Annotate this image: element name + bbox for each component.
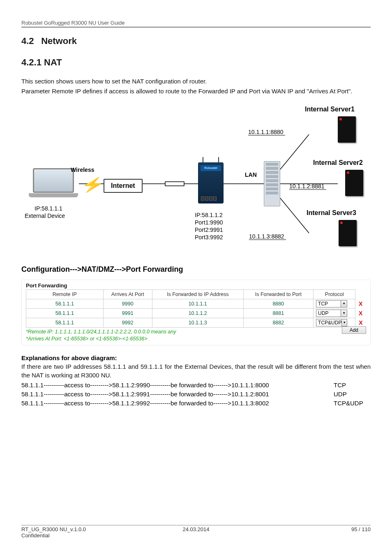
cell-protocol: TCP▼ (314, 299, 355, 308)
pf-note-remote-ip: *Remote IP: 1.1.1.1, 1.1.1.0/24,1.1.1.1-… (26, 329, 366, 335)
chevron-down-icon: ▼ (341, 301, 347, 307)
laptop-name-label: External Device (25, 213, 65, 219)
port-forwarding-title: Port Forwarding (26, 282, 366, 289)
config-path-heading: Configuration--->NAT/DMZ--->Port Forward… (21, 265, 371, 274)
switch-icon (264, 161, 280, 206)
server3-title: Internal Server3 (307, 209, 356, 217)
table-row: 58.1.1.1999110.1.1.28881UDP▼X (26, 308, 366, 318)
protocol-select[interactable]: TCP▼ (316, 300, 347, 308)
laptop-ip-label: IP:58.1.1.1 (35, 205, 62, 212)
mapping-line: 58.1.1.1----------access to--------->58.… (21, 381, 334, 390)
col-fwd-ip: Is Forwarded to IP Address (152, 289, 243, 299)
server3-addr: 10.1.1.3:8882 (249, 233, 284, 240)
footer-center: 24.03.2014 (138, 526, 254, 532)
internet-label: Internet (104, 179, 143, 193)
col-protocol: Protocol (314, 289, 355, 299)
col-fwd-port: Is Forwarded to Port (243, 289, 314, 299)
router-ip-label: IP:58.1.1.2 (195, 212, 223, 218)
cell-fwd-port[interactable]: 8880 (243, 299, 314, 308)
subsection-title: NAT (44, 57, 62, 67)
cell-remote-ip[interactable]: 58.1.1.1 (26, 318, 104, 327)
cell-fwd-ip[interactable]: 10.1.1.2 (152, 308, 243, 318)
col-arrives: Arrives At Port (103, 289, 152, 299)
delete-button[interactable]: X (358, 319, 363, 326)
page-header: Robustel GoRugged R3000 NU User Guide (21, 20, 371, 27)
section-title: Network (41, 36, 77, 46)
cell-fwd-ip[interactable]: 10.1.1.1 (152, 299, 243, 308)
cell-arrives[interactable]: 9990 (103, 299, 152, 308)
router-port3-label: Port3:9992 (195, 234, 223, 240)
footer-right: 95 / 110 (254, 526, 371, 532)
router-port1-label: Port1:9990 (195, 219, 223, 226)
mapping-line: 58.1.1.1----------access to--------->58.… (21, 399, 334, 408)
protocol-select[interactable]: UDP▼ (316, 310, 347, 317)
cell-fwd-port[interactable]: 8881 (243, 308, 314, 318)
cell-protocol: UDP▼ (314, 308, 355, 318)
server3-icon (339, 220, 357, 246)
server2-addr: 10.1.1.2:8881 (289, 183, 325, 190)
port-forwarding-panel: Port Forwarding Remote IP Arrives At Por… (21, 280, 371, 345)
table-row: 58.1.1.1999010.1.1.18880TCP▼X (26, 299, 366, 308)
router-port2-label: Port2:9991 (195, 227, 223, 233)
wireless-label: Wireless (71, 166, 94, 173)
port-forwarding-table: Remote IP Arrives At Port Is Forwarded t… (26, 289, 366, 328)
subsection-number: 4.2.1 (21, 57, 42, 67)
pf-note-arrives: *Arrives At Port: <1-65536> or <1-65536>… (26, 336, 366, 342)
cell-remote-ip[interactable]: 58.1.1.1 (26, 308, 104, 318)
delete-button[interactable]: X (358, 301, 363, 307)
explanations-heading: Explanations for above diagram: (21, 354, 371, 361)
mapping-row: 58.1.1.1----------access to--------->58.… (21, 399, 371, 408)
svg-line-7 (280, 198, 309, 233)
page-footer: RT_UG_R3000 NU_v.1.0.0 24.03.2014 95 / 1… (21, 525, 371, 539)
mapping-line: 58.1.1.1----------access to--------->58.… (21, 390, 334, 399)
section-heading: 4.2 Network (21, 36, 371, 46)
protocol-select[interactable]: TCP&UDP▼ (316, 319, 347, 326)
mapping-row: 58.1.1.1----------access to--------->58.… (21, 381, 371, 390)
delete-button[interactable]: X (358, 310, 363, 317)
chevron-down-icon: ▼ (341, 310, 347, 317)
mapping-row: 58.1.1.1----------access to--------->58.… (21, 390, 371, 399)
router-icon: Robustel (198, 162, 224, 204)
section-number: 4.2 (21, 36, 39, 46)
header-rule (21, 27, 371, 28)
server1-addr: 10.1.1.1:8880 (248, 129, 284, 135)
cell-fwd-ip[interactable]: 10.1.1.3 (152, 318, 243, 327)
mapping-proto: TCP&UDP (334, 399, 371, 408)
intro-p2: Parameter Remote IP defines if access is… (21, 87, 371, 96)
lan-label: LAN (245, 171, 257, 178)
cell-fwd-port[interactable]: 8882 (243, 318, 314, 327)
cell-arrives[interactable]: 9992 (103, 318, 152, 327)
mapping-proto: TCP (334, 381, 371, 390)
table-row: 58.1.1.1999210.1.1.38882TCP&UDP▼X (26, 318, 366, 327)
subsection-heading: 4.2.1 NAT (21, 57, 371, 68)
footer-left: RT_UG_R3000 NU_v.1.0.0 (21, 526, 138, 532)
svg-rect-2 (165, 182, 184, 186)
server2-icon (345, 170, 363, 196)
cell-remote-ip[interactable]: 58.1.1.1 (26, 299, 104, 308)
server1-title: Internal Server1 (305, 106, 355, 113)
server2-title: Internal Server2 (313, 159, 363, 166)
explanations-paragraph: If there are two IP addresses 58.1.1.1 a… (21, 362, 371, 380)
server1-icon (338, 116, 356, 143)
mapping-proto: UDP (334, 390, 371, 399)
cell-delete: X (355, 299, 366, 308)
cell-delete: X (355, 308, 366, 318)
add-button[interactable]: Add (342, 326, 366, 334)
footer-confidential: Confidential (21, 532, 371, 539)
col-remote-ip: Remote IP (26, 289, 104, 299)
cell-arrives[interactable]: 9991 (103, 308, 152, 318)
chevron-down-icon: ▼ (341, 319, 347, 326)
intro-p1: This section shows users how to set the … (21, 77, 371, 86)
network-diagram: IP:58.1.1.1 External Device Wireless ⚡ I… (21, 102, 371, 254)
svg-line-5 (280, 134, 309, 169)
lightning-icon: ⚡ (81, 176, 105, 193)
